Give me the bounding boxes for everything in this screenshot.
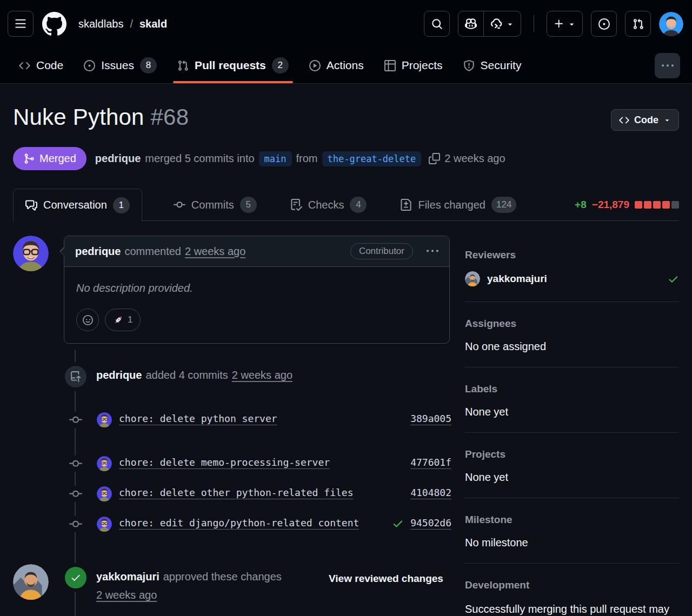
merge-timestamp: 2 weeks ago <box>444 152 505 165</box>
tab-checks[interactable]: Checks 4 <box>277 189 380 221</box>
approved-event-icon <box>65 567 86 588</box>
sidebar-section-reviewers: Reviewers yakkomajuri <box>465 249 679 302</box>
reactions-row: 1 <box>76 309 437 331</box>
event-timestamp[interactable]: 2 weeks ago <box>232 369 292 381</box>
commit-message-link[interactable]: chore: delete other python-related files <box>119 487 353 498</box>
commit-message-link[interactable]: chore: delete memo-processing-server <box>119 457 330 468</box>
commit-author-avatar[interactable] <box>97 486 112 501</box>
repo-tab-label: Pull requests <box>195 59 266 72</box>
code-dropdown-button[interactable]: Code <box>611 109 679 131</box>
create-new-button[interactable] <box>547 11 583 37</box>
copy-branch-icon[interactable] <box>429 153 440 164</box>
tab-conversation[interactable]: Conversation 1 <box>13 189 142 221</box>
commit-message-link[interactable]: chore: edit django/python-related conten… <box>119 517 359 528</box>
pr-number: #68 <box>151 104 189 130</box>
header-divider <box>534 15 534 32</box>
commit-sha-link[interactable]: 477601f <box>410 457 451 468</box>
issues-dashboard-button[interactable] <box>591 11 617 37</box>
pr-description-comment: pedrique commented 2 weeks ago Contribut… <box>64 236 450 344</box>
chevron-down-icon <box>663 116 671 124</box>
reviewers-title: Reviewers <box>465 249 679 262</box>
commit-sha-link[interactable]: 4104802 <box>410 487 451 498</box>
repo-tab-label: Code <box>36 59 63 72</box>
breadcrumb-separator: / <box>130 18 133 30</box>
repo-tab-issues[interactable]: Issues 8 <box>76 48 164 83</box>
sidebar-section-development: Development Successfully merging this pu… <box>465 579 679 616</box>
merge-author[interactable]: pedrique <box>95 152 141 165</box>
commit-message-link[interactable]: chore: delete python server <box>119 413 277 424</box>
issue-opened-icon <box>84 60 95 71</box>
repo-tab-pull-requests[interactable]: Pull requests 2 <box>170 48 296 83</box>
breadcrumb: skaldlabs / skald <box>78 18 167 30</box>
commit-author-avatar[interactable] <box>97 456 112 471</box>
tab-files-changed[interactable]: Files changed 124 <box>387 189 529 221</box>
rocket-icon <box>113 315 123 325</box>
comment-timestamp[interactable]: 2 weeks ago <box>185 245 245 258</box>
commit-author-avatar[interactable] <box>97 412 112 427</box>
pull-requests-count-badge: 2 <box>272 57 289 73</box>
repo-tab-label: Issues <box>101 59 134 72</box>
comment-discussion-icon <box>25 199 37 211</box>
diffstat[interactable]: +8 −21,879 <box>575 189 679 221</box>
repo-tab-projects[interactable]: Projects <box>377 48 450 83</box>
git-commit-icon <box>68 486 84 502</box>
commit-sha-link[interactable]: 389a005 <box>410 413 451 424</box>
merged-status-label: Merged <box>39 152 76 165</box>
comment-author-avatar[interactable] <box>13 236 49 271</box>
labels-value: None yet <box>465 404 679 419</box>
tab-label: Checks <box>308 199 344 211</box>
review-approved-check-icon <box>668 273 679 285</box>
event-author[interactable]: pedrique <box>96 369 142 381</box>
comment-text: No description provided. <box>76 282 437 294</box>
development-title: Development <box>465 579 679 592</box>
breadcrumb-repo[interactable]: skald <box>139 18 167 30</box>
commit-sha-link[interactable]: 94502d6 <box>410 517 451 528</box>
review-timestamp[interactable]: 2 weeks ago <box>96 589 157 601</box>
chevron-down-icon <box>568 20 576 28</box>
code-icon <box>619 115 629 125</box>
code-icon <box>19 60 30 71</box>
github-logo[interactable] <box>42 12 66 36</box>
milestone-title: Milestone <box>465 513 679 526</box>
view-reviewed-changes-button[interactable]: View reviewed changes <box>329 573 443 585</box>
hamburger-menu-button[interactable] <box>8 11 34 37</box>
copilot-button[interactable] <box>458 11 483 36</box>
repo-tab-security[interactable]: Security <box>456 48 529 83</box>
reviewer-avatar[interactable] <box>13 564 49 600</box>
event-action: added 4 commits <box>145 369 228 381</box>
tab-commits[interactable]: Commits 5 <box>161 189 270 221</box>
repo-tab-actions[interactable]: Actions <box>302 48 371 83</box>
commit-author-avatar[interactable] <box>97 517 112 532</box>
repo-nav: Code Issues 8 Pull requests 2 Actions Pr… <box>0 48 692 84</box>
pull-requests-dashboard-button[interactable] <box>625 11 651 37</box>
reviewer-name[interactable]: yakkomajuri <box>96 571 159 583</box>
user-avatar[interactable] <box>659 12 683 36</box>
base-branch-label[interactable]: main <box>259 151 292 166</box>
head-branch-label[interactable]: the-great-delete <box>322 151 422 166</box>
projects-title: Projects <box>465 448 679 461</box>
tab-label: Files changed <box>418 199 485 211</box>
git-commit-icon <box>68 412 84 428</box>
reviewer-name[interactable]: yakkomajuri <box>487 273 547 285</box>
repo-tab-code[interactable]: Code <box>11 48 71 83</box>
code-dropdown-label: Code <box>634 115 658 126</box>
pr-title-text: Nuke Python <box>13 104 144 130</box>
pr-sidebar: Reviewers yakkomajuri Assignees No one a… <box>465 249 679 616</box>
reviewer-row[interactable]: yakkomajuri <box>465 271 679 289</box>
shield-icon <box>463 60 475 71</box>
git-merge-icon <box>23 153 35 164</box>
project-icon <box>384 60 396 71</box>
rocket-reaction-button[interactable]: 1 <box>105 309 141 331</box>
pr-tab-bar: Conversation 1 Commits 5 Checks 4 Files … <box>13 189 679 221</box>
comment-author[interactable]: pedrique <box>75 245 121 258</box>
copilot-agents-button[interactable] <box>483 11 521 36</box>
tab-label: Commits <box>191 199 234 211</box>
assignees-value: No one assigned <box>465 339 679 354</box>
comment-menu-kebab-icon[interactable] <box>427 245 438 257</box>
search-button[interactable] <box>424 11 450 37</box>
repo-nav-overflow-button[interactable] <box>655 53 680 78</box>
add-reaction-button[interactable] <box>76 309 99 331</box>
sidebar-section-milestone: Milestone No milestone <box>465 513 679 564</box>
breadcrumb-owner[interactable]: skaldlabs <box>78 18 123 30</box>
copilot-icon <box>465 18 477 30</box>
